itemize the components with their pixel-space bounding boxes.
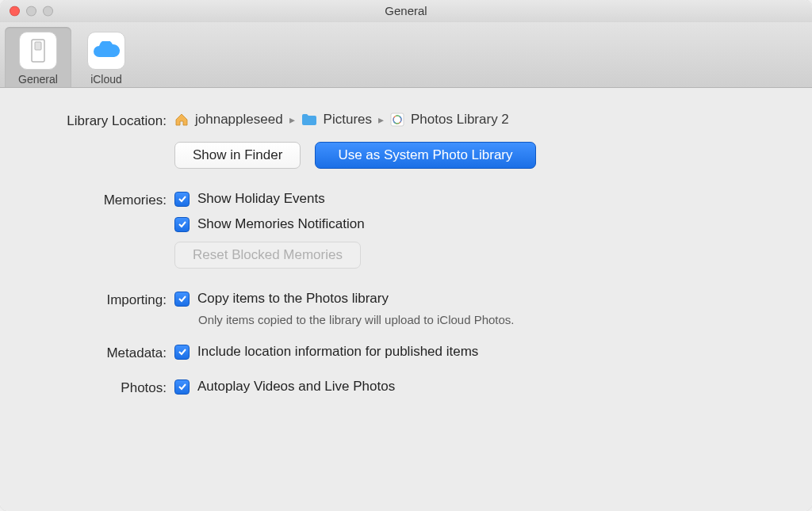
check-icon [178,347,187,357]
show-in-finder-button[interactable]: Show in Finder [174,142,301,169]
checkbox-label: Show Memories Notification [197,216,365,232]
preferences-window: General General iCloud Library Location: [0,0,812,511]
check-icon [178,219,187,229]
tab-icloud[interactable]: iCloud [73,27,140,87]
breadcrumb-seg-library[interactable]: Photos Library 2 [411,112,509,128]
check-icon [178,294,187,303]
checkbox-label: Include location information for publish… [197,344,478,360]
traffic-lights [10,6,53,16]
icloud-icon [87,32,125,70]
window-title: General [385,4,427,17]
content-area: Library Location: johnappleseed ▸ Pictur… [0,88,812,511]
importing-label: Importing: [24,291,174,308]
chevron-right-icon: ▸ [289,113,295,126]
checkbox-copy-items[interactable] [174,292,190,307]
checkbox-holiday-events[interactable] [174,192,190,207]
general-icon [19,32,57,70]
minimize-button[interactable] [26,6,36,16]
memories-notification-checkbox-line[interactable]: Show Memories Notification [174,216,788,232]
library-path-breadcrumb: johnappleseed ▸ Pictures ▸ [174,112,788,128]
copy-items-checkbox-line[interactable]: Copy items to the Photos library [174,291,788,307]
holiday-events-checkbox-line[interactable]: Show Holiday Events [174,191,788,207]
tab-label: iCloud [90,73,122,86]
checkbox-label: Autoplay Videos and Live Photos [197,379,395,395]
metadata-label: Metadata: [24,344,174,361]
use-as-system-library-button[interactable]: Use as System Photo Library [315,142,535,169]
photos-library-icon [390,112,404,127]
folder-icon [301,113,317,126]
memories-label: Memories: [24,191,174,208]
checkbox-include-location[interactable] [174,345,190,360]
memories-row: Memories: Show Holiday Events Show Memor… [24,191,788,269]
library-location-row: Library Location: johnappleseed ▸ Pictur… [24,112,788,169]
checkbox-label: Copy items to the Photos library [197,291,389,307]
importing-row: Importing: Copy items to the Photos libr… [24,291,788,326]
autoplay-checkbox-line[interactable]: Autoplay Videos and Live Photos [174,379,788,395]
library-location-label: Library Location: [24,112,174,129]
home-icon [174,112,189,127]
tab-label: General [18,73,58,86]
check-icon [178,382,187,391]
zoom-button[interactable] [43,6,53,16]
copy-items-note: Only items copied to the library will up… [198,313,788,326]
metadata-row: Metadata: Include location information f… [24,344,788,361]
reset-blocked-memories-button: Reset Blocked Memories [174,242,361,269]
photos-label: Photos: [24,379,174,396]
photos-row: Photos: Autoplay Videos and Live Photos [24,379,788,396]
chevron-right-icon: ▸ [378,113,384,126]
breadcrumb-seg-home[interactable]: johnappleseed [195,112,283,128]
checkbox-label: Show Holiday Events [197,191,325,207]
close-button[interactable] [10,6,20,16]
check-icon [178,194,187,204]
checkbox-autoplay[interactable] [174,379,190,395]
checkbox-memories-notification[interactable] [174,217,190,232]
tab-general[interactable]: General [5,27,71,87]
breadcrumb-seg-pictures[interactable]: Pictures [324,112,372,128]
titlebar: General [0,0,812,22]
svg-rect-1 [35,42,41,50]
toolbar: General iCloud [0,22,812,88]
include-location-checkbox-line[interactable]: Include location information for publish… [174,344,788,360]
